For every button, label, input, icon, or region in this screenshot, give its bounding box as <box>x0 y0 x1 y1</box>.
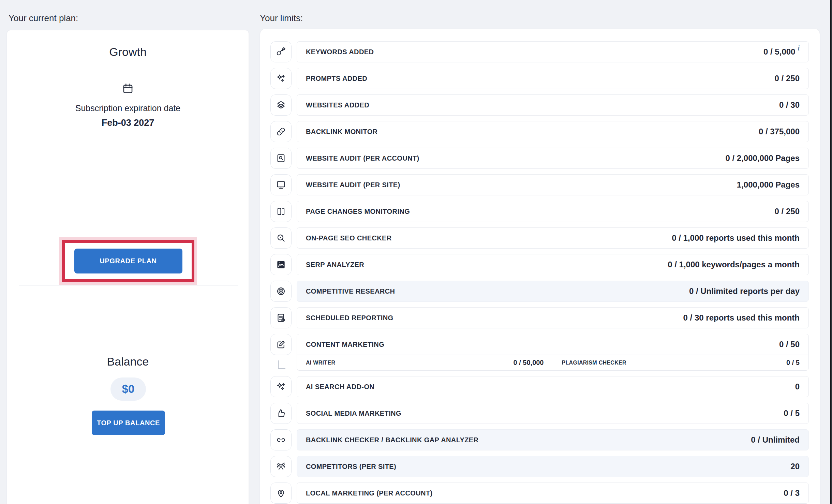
sub-limit-ai-writer: AI WRITER 0 / 50,000 <box>297 355 553 370</box>
limit-value: 20 <box>790 462 800 471</box>
sub-limit-value: 0 / 5 <box>786 359 800 367</box>
limit-row-social-media: SOCIAL MEDIA MARKETING 0 / 5 <box>270 403 809 424</box>
limit-value: 0 / 375,000 <box>759 127 800 136</box>
top-up-balance-button[interactable]: TOP UP BALANCE <box>92 411 165 435</box>
limit-value: 0 / 3 <box>784 488 800 498</box>
limit-label: COMPETITORS (PER SITE) <box>306 463 396 471</box>
limit-value: 0 / Unlimited reports per day <box>689 286 800 296</box>
l-connector-icon <box>278 360 285 369</box>
sub-limit-label: AI WRITER <box>306 360 335 366</box>
limit-value: 0 / 2,000,000 Pages <box>726 153 800 163</box>
limit-label: WEBSITE AUDIT (PER ACCOUNT) <box>306 154 419 162</box>
sparkles-icon <box>270 68 292 89</box>
limit-value: 0 / Unlimited <box>751 435 800 445</box>
upgrade-plan-button[interactable]: UPGRADE PLAN <box>74 249 182 273</box>
limit-label: WEBSITE AUDIT (PER SITE) <box>306 181 400 189</box>
limit-label: BACKLINK CHECKER / BACKLINK GAP ANALYZER <box>306 436 478 444</box>
limit-value: 0 / 1,000 keywords/pages a month <box>668 260 800 269</box>
limit-label: PROMPTS ADDED <box>306 75 367 83</box>
limit-row-keywords-added: KEYWORDS ADDED 0 / 5,000 i <box>270 41 809 62</box>
limit-row-backlink-checker: BACKLINK CHECKER / BACKLINK GAP ANALYZER… <box>270 429 809 450</box>
limit-value: 0 / 30 reports used this month <box>683 313 800 323</box>
limit-label: SCHEDULED REPORTING <box>306 314 393 322</box>
limit-label: WEBSITES ADDED <box>306 101 369 109</box>
annotation-red-frame: UPGRADE PLAN <box>62 240 194 282</box>
info-icon[interactable]: i <box>798 44 800 52</box>
limit-row-competitors: COMPETITORS (PER SITE) 20 <box>270 456 809 477</box>
limit-row-local-marketing: LOCAL MARKETING (PER ACCOUNT) 0 / 3 <box>270 483 809 504</box>
limit-value: 0 / 1,000 reports used this month <box>672 233 800 243</box>
content-marketing-block: CONTENT MARKETING 0 / 50 AI WRITER 0 / 5… <box>297 334 809 371</box>
limit-row-websites-added: WEBSITES ADDED 0 / 30 <box>270 94 809 116</box>
thumbs-up-icon <box>270 403 292 424</box>
expiration-label: Subscription expiration date <box>7 103 249 113</box>
limit-label: KEYWORDS ADDED <box>306 48 374 56</box>
limit-row-competitive-research: COMPETITIVE RESEARCH 0 / Unlimited repor… <box>270 281 809 302</box>
limit-row-content-marketing: CONTENT MARKETING 0 / 50 AI WRITER 0 / 5… <box>270 334 809 371</box>
limit-value: 0 / 250 <box>775 74 800 83</box>
calendar-icon <box>7 83 249 95</box>
sub-limit-value: 0 / 50,000 <box>514 359 544 367</box>
limit-row-scheduled-reporting: SCHEDULED REPORTING 0 / 30 reports used … <box>270 307 809 328</box>
limit-label: SERP ANALYZER <box>306 261 364 269</box>
limit-row-page-changes: PAGE CHANGES MONITORING 0 / 250 <box>270 201 809 222</box>
serp-chart-icon <box>270 254 292 275</box>
sub-limit-plagiarism-checker: PLAGIARISM CHECKER 0 / 5 <box>553 355 809 370</box>
limit-label: PAGE CHANGES MONITORING <box>306 208 410 216</box>
doc-search-icon <box>270 148 292 169</box>
limit-value: 0 / 5,000 <box>763 47 795 57</box>
window-edge <box>830 0 832 504</box>
zoom-icon <box>270 227 292 249</box>
divider <box>19 285 238 285</box>
limit-label: AI SEARCH ADD-ON <box>306 383 374 391</box>
link-icon <box>270 121 292 142</box>
chain-icon <box>270 429 292 450</box>
limit-label: SOCIAL MEDIA MARKETING <box>306 410 401 417</box>
limit-label: LOCAL MARKETING (PER ACCOUNT) <box>306 489 433 497</box>
balance-title: Balance <box>7 355 249 368</box>
limit-row-backlink-monitor: BACKLINK MONITOR 0 / 375,000 <box>270 121 809 142</box>
monitor-icon <box>270 174 292 195</box>
limit-value: 0 / 5 <box>784 409 800 418</box>
your-limits-title: Your limits: <box>260 13 303 24</box>
plan-name: Growth <box>7 45 249 59</box>
limit-row-prompts-added: PROMPTS ADDED 0 / 250 <box>270 68 809 89</box>
limit-label: CONTENT MARKETING <box>306 341 384 349</box>
limit-value: 0 / 250 <box>775 207 800 216</box>
report-doc-icon <box>270 307 292 328</box>
limit-row-ai-search-addon: AI SEARCH ADD-ON 0 <box>270 376 809 397</box>
users-icon <box>270 456 292 477</box>
balance-pill: $0 <box>110 377 146 401</box>
expiration-date: Feb-03 2027 <box>7 118 249 128</box>
limit-label: BACKLINK MONITOR <box>306 128 377 136</box>
sparkles-icon <box>270 376 292 397</box>
sub-limit-label: PLAGIARISM CHECKER <box>562 360 626 366</box>
key-icon <box>270 41 292 62</box>
limit-row-serp-analyzer: SERP ANALYZER 0 / 1,000 keywords/pages a… <box>270 254 809 275</box>
upgrade-highlight-annotation: UPGRADE PLAN <box>59 237 197 285</box>
current-plan-title: Your current plan: <box>9 13 78 24</box>
limit-value: 1,000,000 Pages <box>737 180 800 190</box>
limit-label: COMPETITIVE RESEARCH <box>306 287 395 295</box>
target-icon <box>270 281 292 302</box>
balance-amount: $0 <box>122 383 135 396</box>
limit-label: ON-PAGE SEO CHECKER <box>306 234 392 242</box>
limit-row-website-audit-account: WEBSITE AUDIT (PER ACCOUNT) 0 / 2,000,00… <box>270 148 809 169</box>
map-pin-icon <box>270 483 292 504</box>
limit-row-website-audit-site: WEBSITE AUDIT (PER SITE) 1,000,000 Pages <box>270 174 809 195</box>
current-plan-card: Growth Subscription expiration date Feb-… <box>7 30 249 504</box>
limit-row-onpage-seo: ON-PAGE SEO CHECKER 0 / 1,000 reports us… <box>270 227 809 249</box>
limit-value: 0 <box>795 382 800 391</box>
limit-value: 0 / 50 <box>779 340 800 349</box>
limits-panel: KEYWORDS ADDED 0 / 5,000 i PROMPTS ADDED… <box>260 29 820 504</box>
page-compare-icon <box>270 201 292 222</box>
limit-value: 0 / 30 <box>779 100 800 110</box>
layers-icon <box>270 94 292 116</box>
edit-icon <box>270 334 292 355</box>
